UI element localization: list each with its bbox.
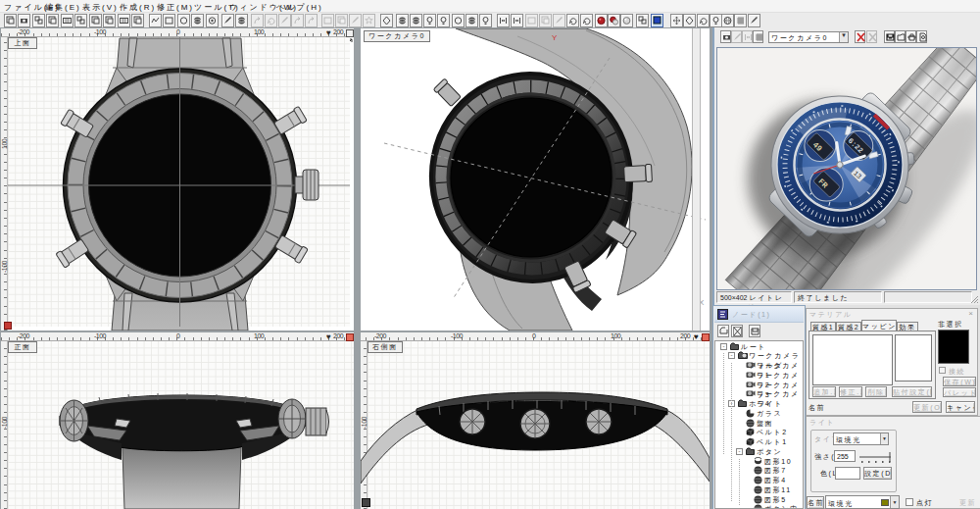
svg-text:Y: Y	[552, 33, 558, 42]
